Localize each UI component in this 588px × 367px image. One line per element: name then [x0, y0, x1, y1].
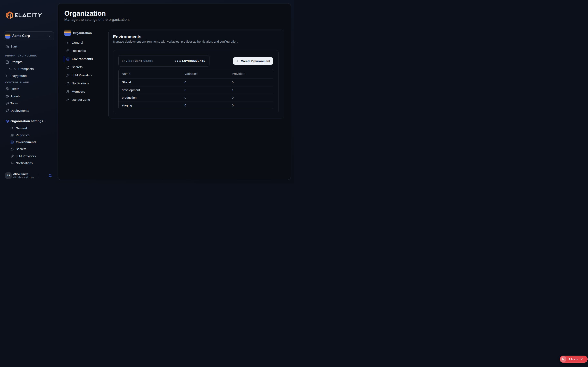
content-row: Organization GeneralRegistriesEnvironmen…: [64, 30, 291, 118]
bot-icon: [6, 94, 9, 98]
subnav-title: Organization: [73, 31, 92, 35]
settings-sliders-icon: [11, 127, 14, 130]
workspace-name: Acme Corp: [12, 34, 30, 38]
table-row-production[interactable]: production00: [119, 94, 273, 101]
environment-usage-box: ENVIRONMENT USAGE 3 / ∞ ENVIRONMENTS: [118, 55, 210, 67]
cell-name: production: [119, 96, 181, 100]
organization-avatar: [64, 30, 71, 36]
subnav-header: Organization: [64, 30, 108, 36]
subnav-item-secrets[interactable]: Secrets: [64, 63, 108, 71]
settings-item-label: LLM Providers: [16, 154, 36, 158]
bell-icon: [66, 82, 69, 85]
sidebar-item-label: Deployments: [10, 109, 29, 113]
user-avatar: AS: [5, 172, 12, 179]
settings-item-label: Environments: [16, 140, 36, 144]
rocket-icon: [6, 109, 9, 113]
key-icon: [11, 155, 14, 158]
table-header-row: NameVariablesProviders: [119, 69, 273, 78]
puzzle-icon: [14, 67, 17, 70]
server-icon: [11, 141, 14, 143]
sidebar-item-tools[interactable]: Tools: [0, 100, 58, 107]
usage-row: ENVIRONMENT USAGE 3 / ∞ ENVIRONMENTS Cre…: [118, 55, 273, 67]
sidebar-item-promptlets[interactable]: Promptlets: [0, 66, 58, 72]
chevron-up-icon: [45, 120, 48, 123]
settings-item-label: Secrets: [16, 147, 26, 151]
user-bell-icon[interactable]: [48, 174, 52, 177]
subnav-item-registries[interactable]: Registries: [64, 47, 108, 55]
user-card[interactable]: AS Alice Smith alice@example.com: [5, 172, 52, 179]
environments-inner-card: ENVIRONMENT USAGE 3 / ∞ ENVIRONMENTS Cre…: [113, 50, 279, 113]
table-row-staging[interactable]: staging00: [119, 101, 273, 109]
usage-label: ENVIRONMENT USAGE: [122, 60, 154, 62]
subnav-item-danger-zone[interactable]: Danger zone: [64, 96, 108, 104]
terminal-icon: [6, 74, 9, 78]
sidebar-settings-item-registries[interactable]: Registries: [0, 132, 58, 138]
sidebar: Acme Corp StartPROMPT ENGINEERINGPrompts…: [0, 0, 58, 184]
sidebar-settings-item-secrets[interactable]: Secrets: [0, 146, 58, 152]
sidebar-item-deployments[interactable]: Deployments: [0, 107, 58, 114]
nav-group: Start: [0, 43, 58, 50]
layers-icon: [6, 87, 9, 91]
subnav-item-environments[interactable]: Environments: [64, 55, 108, 63]
subnav-item-label: Registries: [72, 49, 86, 53]
sidebar-item-playground[interactable]: Playground: [0, 72, 58, 79]
subnav-item-members[interactable]: Members: [64, 87, 108, 96]
cell-variables: 0: [181, 88, 229, 92]
key-icon: [66, 74, 69, 77]
table-row-development[interactable]: development01: [119, 86, 273, 94]
cell-providers: 0: [229, 104, 273, 107]
sidebar-item-prompts[interactable]: Prompts: [0, 58, 58, 66]
sidebar-settings-item-environments[interactable]: Environments: [0, 139, 58, 146]
subnav-item-general[interactable]: General: [64, 39, 108, 47]
workspace-avatar: [5, 33, 10, 39]
gear-icon: [6, 119, 9, 123]
nav-group: PROMPT ENGINEERINGPromptsPromptletsPlayg…: [0, 54, 58, 79]
subnav-item-notifications[interactable]: Notifications: [64, 79, 108, 87]
brand-logo: [6, 11, 58, 19]
sidebar-item-start[interactable]: Start: [0, 43, 58, 50]
sidebar-item-organization-settings[interactable]: Organization settings: [0, 118, 58, 125]
cell-name: staging: [119, 104, 181, 107]
cell-name: development: [119, 88, 181, 92]
settings-item-label: General: [16, 126, 27, 130]
corner-down-right-icon: [9, 67, 12, 70]
subnav-item-llm-providers[interactable]: LLM Providers: [64, 71, 108, 79]
subnav-item-label: General: [72, 41, 83, 44]
subnav-item-label: LLM Providers: [72, 73, 92, 77]
sidebar-settings-item-llm-providers[interactable]: LLM Providers: [0, 152, 58, 159]
sidebar-item-agents[interactable]: Agents: [0, 92, 58, 100]
user-menu-icon[interactable]: [37, 174, 41, 177]
sidebar-settings-item-general[interactable]: General: [0, 125, 58, 132]
environments-title: Environments: [113, 34, 279, 40]
user-email: alice@example.com: [13, 176, 35, 179]
database-icon: [11, 133, 14, 137]
cell-variables: 0: [181, 104, 229, 107]
sidebar-item-fleets[interactable]: Fleets: [0, 85, 58, 92]
cell-providers: 1: [229, 88, 273, 92]
sidebar-item-label: Start: [10, 45, 17, 48]
plus-icon: [236, 59, 239, 63]
environments-table: NameVariablesProvidersGlobal00developmen…: [118, 69, 273, 109]
database-icon: [66, 49, 69, 52]
create-environment-button[interactable]: Create Environment: [233, 57, 273, 65]
settings-item-label: Registries: [16, 133, 30, 137]
nav-group: CONTROL PLANEFleetsAgentsToolsDeployment…: [0, 81, 58, 114]
brand-hexagon-icon: [6, 11, 13, 19]
users-icon: [66, 90, 69, 93]
nav-section-label: PROMPT ENGINEERING: [5, 54, 58, 57]
sidebar-settings-item-notifications[interactable]: Notifications: [0, 159, 58, 166]
subnav-item-label: Notifications: [72, 82, 89, 85]
brand-wordmark: [15, 13, 42, 17]
user-meta: Alice Smith alice@example.com: [13, 172, 35, 179]
table-column-variables: Variables: [181, 72, 229, 76]
house-icon: [6, 45, 9, 48]
table-column-name: Name: [119, 72, 181, 76]
workspace-switcher[interactable]: Acme Corp: [4, 31, 54, 40]
cell-name: Global: [119, 81, 181, 84]
usage-value: 3 / ∞ ENVIRONMENTS: [175, 59, 205, 62]
sidebar-item-label: Agents: [10, 94, 20, 98]
bell-icon: [11, 161, 14, 165]
table-row-global[interactable]: Global00: [119, 78, 273, 86]
cell-providers: 0: [229, 81, 273, 84]
sidebar-item-label: Prompts: [10, 60, 22, 64]
